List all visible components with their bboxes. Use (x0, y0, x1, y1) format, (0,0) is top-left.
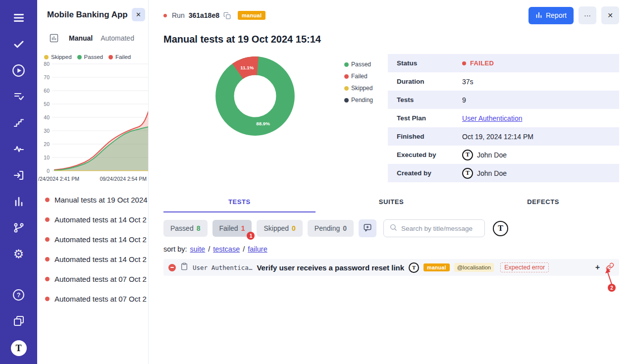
filter-failed-button[interactable]: Failed1 1 (212, 220, 252, 237)
info-row-status: Status FAILED (388, 54, 619, 72)
info-row-created-by: Created by TJohn Doe (388, 164, 619, 182)
app: ⚙ ? T Mobile Banking App ✕ Manual Automa… (0, 0, 634, 364)
topbar-actions: Report ··· ✕ (528, 6, 619, 24)
tab-automated[interactable]: Automated (101, 34, 134, 42)
filter-skipped-button[interactable]: Skipped0 (257, 220, 302, 237)
info-row-executed-by: Executed by TJohn Doe (388, 146, 619, 164)
settings-gear-icon[interactable]: ⚙ (12, 247, 26, 261)
svg-text:20: 20 (44, 141, 50, 147)
search-input[interactable] (401, 225, 479, 232)
tests-check-icon[interactable] (12, 37, 26, 51)
main-content: Run 361a18e8 manual Report ··· ✕ Manual … (149, 0, 634, 364)
help-icon[interactable]: ? (12, 288, 26, 302)
assignee-filter-avatar[interactable]: T (493, 221, 508, 236)
close-run-button[interactable]: ✕ (601, 6, 619, 24)
svg-text:11.1%: 11.1% (240, 65, 254, 70)
message-plus-icon (363, 223, 372, 234)
failed-status-icon (168, 264, 176, 271)
svg-text:88.9%: 88.9% (256, 121, 270, 127)
run-list-item[interactable]: Automated tests at 07 Oct 2 (37, 269, 148, 289)
failed-test-row[interactable]: User Authentica… Verify user receives a … (163, 259, 619, 276)
svg-text:2: 2 (610, 285, 613, 290)
more-options-button[interactable]: ··· (579, 6, 596, 24)
sort-bar: sort by: suite / testcase / failure (163, 245, 619, 253)
project-panel-header: Mobile Banking App ✕ (37, 0, 148, 25)
trend-x-axis: /24/2024 2:41 PM 09/24/2024 2:54 PM (37, 176, 148, 182)
test-plan-link[interactable]: User Authentication (462, 114, 522, 122)
sidebar: ⚙ ? T (0, 0, 37, 364)
test-title[interactable]: Verify user receives a password reset li… (257, 263, 404, 272)
info-row-duration: Duration 37s (388, 72, 619, 91)
search-box (383, 219, 485, 237)
donut-legend-failed: Failed (344, 73, 373, 80)
trend-area-chart: 80 70 60 50 40 30 20 10 0 (37, 61, 149, 176)
report-chart-icon (535, 11, 542, 20)
failed-dot (462, 61, 466, 65)
sort-by-suite-link[interactable]: suite (190, 245, 206, 253)
test-plans-icon[interactable] (12, 90, 26, 104)
trend-chart-legend: Skipped Passed Failed (37, 49, 148, 61)
branches-icon[interactable] (12, 221, 26, 235)
run-list-item[interactable]: Automated tests at 07 Oct 2 (37, 289, 148, 309)
status-value: FAILED (470, 59, 494, 67)
svg-text:50: 50 (44, 101, 50, 107)
report-button[interactable]: Report (528, 7, 574, 24)
test-type-badge: manual (423, 263, 450, 271)
filter-bar: Passed8 Failed1 1 Skipped0 Pending0 (163, 219, 619, 237)
annotation-badge-1: 1 (247, 232, 255, 240)
run-list-item[interactable]: Manual tests at 19 Oct 2024 (37, 190, 148, 209)
suite-name[interactable]: User Authentica… (193, 264, 252, 271)
sort-label: sort by: (163, 245, 187, 253)
sort-by-failure-link[interactable]: failure (248, 245, 267, 253)
sort-by-testcase-link[interactable]: testcase (213, 245, 240, 253)
run-list-item[interactable]: Automated tests at 14 Oct 2 (37, 209, 148, 229)
svg-text:?: ? (17, 292, 21, 299)
analytics-icon[interactable] (12, 195, 26, 208)
x-tick-start: /24/2024 2:41 PM (38, 176, 79, 182)
results-donut-chart: 11.1% 88.9% (213, 54, 297, 140)
run-list-item[interactable]: Automated tests at 14 Oct 2 (37, 229, 148, 249)
import-icon[interactable] (12, 168, 26, 182)
runs-list: Manual tests at 19 Oct 2024 Automated te… (37, 182, 148, 309)
copy-run-id-icon[interactable] (223, 12, 231, 19)
tab-tests[interactable]: TESTS (163, 198, 316, 212)
test-tag[interactable]: @localisation (454, 263, 494, 272)
link-icon[interactable] (606, 262, 614, 273)
svg-text:30: 30 (44, 128, 50, 134)
chart-toggle-icon[interactable] (47, 31, 61, 45)
projects-icon[interactable] (12, 314, 26, 328)
donut-legend-skipped: Skipped (344, 85, 373, 92)
app-logo[interactable]: T (11, 340, 27, 356)
tab-defects[interactable]: DEFECTS (467, 198, 619, 212)
filter-passed-button[interactable]: Passed8 (163, 220, 208, 237)
info-row-test-plan: Test Plan User Authentication (388, 109, 619, 127)
info-row-finished: Finished Oct 19, 2024 12:14 PM (388, 127, 619, 146)
donut-legend: Passed Failed Skipped Pending (344, 61, 373, 104)
donut-legend-pending: Pending (344, 97, 373, 104)
filter-pending-button[interactable]: Pending0 (308, 220, 354, 237)
project-tabs: Manual Automated (37, 25, 148, 49)
pulse-icon[interactable] (12, 142, 26, 156)
svg-text:10: 10 (44, 155, 50, 160)
row-actions: + 2 (595, 262, 614, 273)
project-close-button[interactable]: ✕ (132, 8, 145, 21)
run-topbar: Run 361a18e8 manual Report ··· ✕ (163, 0, 619, 31)
error-message-label[interactable]: Expected error (500, 262, 549, 272)
tab-suites[interactable]: SUITES (316, 198, 468, 212)
x-tick-end: 09/24/2024 2:54 PM (100, 176, 147, 182)
steps-icon[interactable] (12, 116, 26, 130)
svg-text:40: 40 (44, 114, 50, 120)
run-list-item[interactable]: Automated tests at 14 Oct 2 (37, 249, 148, 269)
menu-icon[interactable] (12, 11, 26, 25)
svg-text:80: 80 (44, 61, 50, 67)
runs-play-icon[interactable] (12, 63, 26, 77)
tab-manual[interactable]: Manual (69, 34, 93, 42)
legend-item-failed: Failed (108, 54, 131, 60)
avatar: T (462, 150, 473, 160)
add-icon[interactable]: + (595, 263, 600, 271)
legend-item-skipped: Skipped (44, 54, 72, 60)
sidebar-bottom: ? T (11, 288, 27, 356)
comments-filter-button[interactable] (359, 219, 376, 237)
info-row-tests: Tests 9 (388, 91, 619, 109)
run-label: Run (172, 11, 185, 19)
